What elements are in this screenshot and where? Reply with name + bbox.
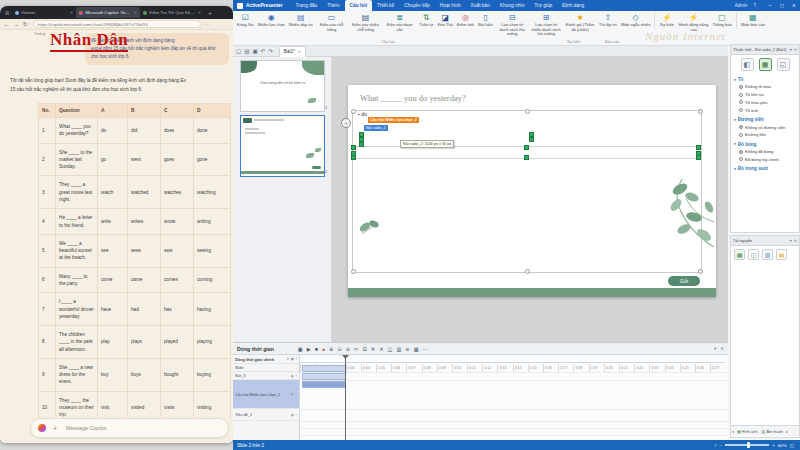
- question-title[interactable]: What _____ you do yesterday?: [360, 93, 466, 103]
- delete-left-icon[interactable]: ✕: [371, 346, 375, 352]
- open-icon[interactable]: ▤: [244, 48, 249, 54]
- ribbon-tab[interactable]: Hoạt hình: [435, 0, 466, 11]
- ribbon-button[interactable]: ▦ Slide báo cáo: [736, 12, 767, 29]
- show-hide-icon[interactable]: ◉: [291, 392, 294, 396]
- forward-icon[interactable]: →: [14, 21, 20, 27]
- property-option[interactable]: Không có đường viền: [731, 123, 799, 131]
- ribbon-button[interactable]: ▯ Bài luận: [476, 12, 495, 29]
- slide-canvas[interactable]: What _____ you do yesterday? ▪ do Câu hỏ…: [332, 57, 728, 342]
- ribbon-tab[interactable]: Định dạng: [557, 0, 589, 11]
- stop-icon[interactable]: ■: [315, 346, 318, 352]
- browser-tab[interactable]: Kiểm Tra Thì Quá Khứ Đơn ✕: [140, 7, 204, 18]
- line-section-header[interactable]: ▾Đường viền: [731, 114, 799, 123]
- more-icon[interactable]: ⋯: [423, 346, 428, 352]
- property-option[interactable]: Tô ảnh: [731, 106, 799, 114]
- slide-thumbnail-1[interactable]: Chào mừng đến với bài kiểm tra: [240, 60, 325, 112]
- ribbon-tab[interactable]: Xuất bản: [466, 0, 495, 11]
- media-resource-icon[interactable]: ▥: [762, 249, 773, 260]
- audio-icon[interactable]: ▥: [396, 346, 401, 352]
- resize-handle[interactable]: [698, 269, 703, 274]
- ribbon-tab[interactable]: Khung nhìn: [495, 0, 530, 11]
- pane-close-icon[interactable]: ✕: [720, 346, 724, 351]
- resize-handle[interactable]: [525, 109, 530, 114]
- slide-thumbnail-2[interactable]: [240, 115, 325, 177]
- timeline-bar-button[interactable]: [302, 373, 346, 380]
- ribbon-button[interactable]: ◇ Slide ngẫu nhiên: [619, 12, 653, 29]
- fill-section-header[interactable]: ▾Tô: [731, 74, 799, 83]
- resize-handle[interactable]: [351, 109, 356, 114]
- zoom-out-icon[interactable]: −: [719, 443, 722, 448]
- shape-resource-icon[interactable]: ◫: [748, 249, 759, 260]
- play-icon[interactable]: ▶: [307, 346, 311, 352]
- zoom-slider[interactable]: [725, 444, 769, 446]
- new-icon[interactable]: ▢: [236, 48, 241, 54]
- timeline-track-slide[interactable]: Slide: [233, 364, 299, 372]
- zoom-fit-icon[interactable]: ⊘: [346, 346, 350, 352]
- refresh-icon[interactable]: ↻: [23, 21, 28, 27]
- effects-tab-icon[interactable]: ▦: [759, 58, 772, 71]
- fit-to-window-icon[interactable]: ◱: [790, 443, 794, 448]
- green-handle[interactable]: [359, 142, 364, 147]
- ribbon-button[interactable]: ⇅ Tuần tự: [417, 12, 436, 29]
- ribbon-button[interactable]: ⊞ Lựa chọn từ nhiều danh sách thả xuống: [529, 12, 563, 38]
- zoom-out-icon[interactable]: ⊖: [337, 346, 341, 352]
- cut-icon[interactable]: ✂: [354, 346, 358, 352]
- message-composer[interactable]: +: [30, 418, 229, 438]
- minimize-button[interactable]: ─: [764, 3, 776, 8]
- ribbon-button[interactable]: ▤ Nhiều đáp án: [287, 12, 315, 29]
- tab-close-icon[interactable]: ✕: [70, 10, 73, 15]
- close-button[interactable]: ✕: [788, 3, 800, 8]
- ribbon-tab[interactable]: Thiết kế: [372, 0, 399, 11]
- ribbon-button[interactable]: ◪ Kéo-Thả: [436, 12, 455, 29]
- show-hide-icon[interactable]: ◉: [291, 413, 294, 417]
- transparency-section-header[interactable]: ▾Độ trong suốt: [731, 163, 799, 172]
- ribbon-button[interactable]: ◎ Điểm ảnh: [455, 12, 476, 29]
- ribbon-tab[interactable]: Câu hỏi: [345, 0, 373, 11]
- scroll-right-icon[interactable]: ▸: [785, 429, 789, 434]
- size-position-tab-icon[interactable]: ◱: [777, 58, 790, 71]
- image-resource-icon[interactable]: ▦: [734, 249, 745, 260]
- account-label[interactable]: Admin: [735, 3, 748, 8]
- insert-time-icon[interactable]: ◫: [388, 346, 393, 352]
- timeline-track-title[interactable]: Tiêu đề_1 ◉ ▪: [233, 409, 299, 421]
- tab-close-icon[interactable]: ✕: [134, 10, 137, 15]
- property-option[interactable]: Tô màu phủ: [731, 99, 799, 107]
- redo-icon[interactable]: ↷: [268, 48, 273, 54]
- save-icon[interactable]: ▣: [252, 48, 257, 54]
- lock-icon[interactable]: ▪: [296, 357, 297, 361]
- ribbon-button[interactable]: ☑ Đúng-Sai: [235, 12, 256, 29]
- ribbon-button[interactable]: ⇪ Tải tập tin: [597, 12, 619, 29]
- pane-menu-icon[interactable]: ▾: [714, 346, 716, 351]
- shadow-section-header[interactable]: ▾Đổ bóng: [731, 139, 799, 148]
- playhead[interactable]: [345, 355, 346, 440]
- new-tab-button[interactable]: +: [208, 10, 212, 16]
- show-hide-icon[interactable]: ◉: [291, 374, 294, 378]
- dropdown-caret-icon[interactable]: ▾: [287, 357, 289, 361]
- lock-icon[interactable]: ▪: [296, 374, 297, 378]
- ribbon-tab[interactable]: Trợ giúp: [529, 0, 557, 11]
- ribbon-button[interactable]: ▭ Điền vào chỗ trống: [315, 12, 349, 33]
- ribbon-tab[interactable]: Trang đầu: [291, 0, 323, 11]
- template-resource-icon[interactable]: ▤: [776, 249, 787, 260]
- pane-close-icon[interactable]: ✕: [794, 238, 797, 243]
- property-option[interactable]: Tô liên tục: [731, 91, 799, 99]
- answer-option[interactable]: ▪ do: [358, 111, 367, 117]
- lock-icon[interactable]: ▪: [296, 392, 297, 396]
- undo-icon[interactable]: ↶: [261, 48, 266, 54]
- zoom-in-icon[interactable]: +: [772, 443, 775, 448]
- document-tab[interactable]: Bài1* ✕: [279, 46, 306, 57]
- timeline-ruler[interactable]: 0:000:010:020:030:040:050:060:070:080:09…: [300, 355, 725, 363]
- tab-close-icon[interactable]: ✕: [198, 10, 201, 15]
- record-icon[interactable]: ●: [322, 346, 325, 352]
- message-input[interactable]: [64, 424, 218, 432]
- document-tab-close-icon[interactable]: ✕: [298, 49, 301, 54]
- attach-plus-icon[interactable]: +: [53, 425, 57, 432]
- timeline-track-button[interactable]: Nút_3 ◉ ▪: [233, 372, 299, 380]
- tab-images[interactable]: ▦Hình ảnh: [735, 429, 760, 434]
- show-hide-icon[interactable]: ◉: [291, 357, 294, 361]
- snap-icon[interactable]: ▦: [414, 346, 419, 352]
- fill-style-tab-icon[interactable]: ◧: [741, 58, 754, 71]
- ribbon-button[interactable]: ⚡ Sự kiện: [654, 12, 676, 29]
- move-crosshair-icon[interactable]: +: [341, 118, 351, 128]
- ribbon-button[interactable]: ▤ Điền vào nhiều chỗ trống: [349, 12, 383, 33]
